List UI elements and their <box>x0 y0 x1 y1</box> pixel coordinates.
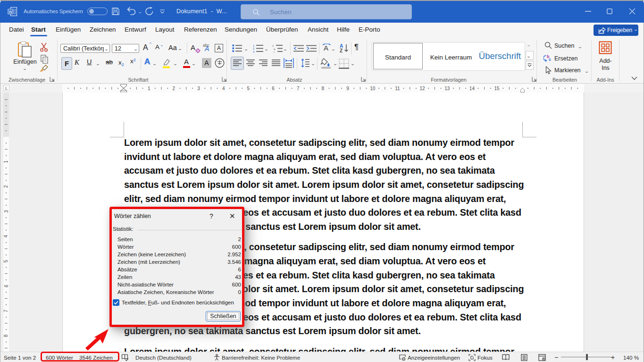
svg-text:9: 9 <box>346 86 349 91</box>
svg-text:1: 1 <box>272 44 274 47</box>
svg-text:10: 10 <box>370 86 376 91</box>
svg-text:6: 6 <box>272 86 275 91</box>
svg-text:11: 11 <box>395 86 400 91</box>
svg-text:1: 1 <box>148 86 151 91</box>
svg-text:5: 5 <box>4 260 9 262</box>
svg-text:3: 3 <box>253 51 255 53</box>
svg-text:4: 4 <box>4 235 9 237</box>
svg-text:7: 7 <box>4 309 9 312</box>
svg-text:2: 2 <box>173 86 176 91</box>
svg-text:1: 1 <box>4 160 9 163</box>
svg-text:12: 12 <box>419 86 425 91</box>
svg-text:A: A <box>324 44 328 52</box>
svg-text:W: W <box>8 9 13 14</box>
svg-text:2: 2 <box>253 47 255 50</box>
svg-text:13: 13 <box>444 86 450 91</box>
svg-text:3: 3 <box>4 210 9 213</box>
svg-text:8: 8 <box>322 86 325 91</box>
svg-text:5: 5 <box>247 86 250 91</box>
svg-text:i: i <box>274 51 274 53</box>
svg-text:a: a <box>274 48 276 51</box>
svg-text:8: 8 <box>4 334 9 337</box>
svg-text:7: 7 <box>297 86 300 91</box>
svg-text:15: 15 <box>494 86 500 91</box>
svg-text:4: 4 <box>222 86 225 91</box>
svg-text:c: c <box>549 57 551 62</box>
svg-text:Z: Z <box>340 48 343 53</box>
svg-text:2: 2 <box>4 185 9 188</box>
svg-text:14: 14 <box>469 86 475 91</box>
svg-text:3: 3 <box>197 86 200 91</box>
svg-text:6: 6 <box>4 285 9 287</box>
svg-text:1: 1 <box>253 44 255 47</box>
